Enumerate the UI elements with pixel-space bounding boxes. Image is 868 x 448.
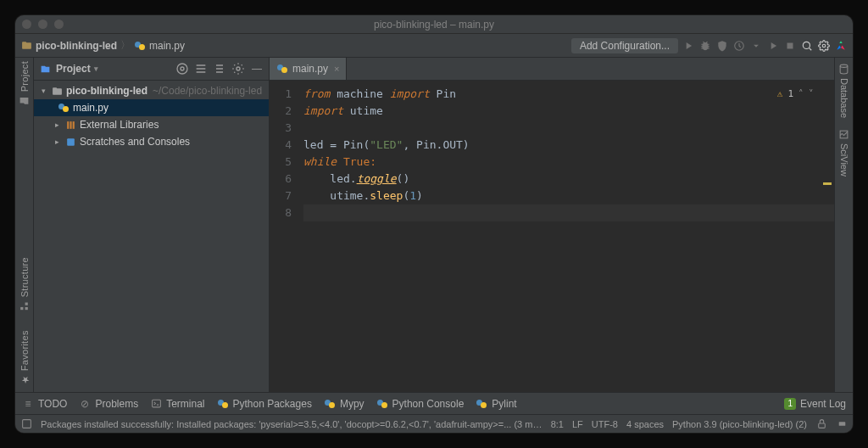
folder-icon <box>20 40 32 52</box>
code-area[interactable]: 1 2 3 4 5 6 7 8 from machine import Pin … <box>270 81 834 392</box>
project-view-icon <box>39 63 51 75</box>
star-icon: ★ <box>19 374 30 385</box>
tool-python-packages[interactable]: Python Packages <box>217 398 312 410</box>
code-text[interactable]: from machine import Pin import utime led… <box>298 81 834 392</box>
window-title: pico-blinking-led – main.py <box>15 19 853 31</box>
breadcrumb-sep: 〉 <box>120 38 131 53</box>
editor-tab-main[interactable]: main.py × <box>270 58 347 80</box>
profile-icon[interactable] <box>732 39 746 53</box>
tree-scratches-label: Scratches and Consoles <box>80 136 190 148</box>
rail-sciview[interactable]: SciView <box>838 128 850 176</box>
scrollbar-warning-mark[interactable] <box>823 182 832 185</box>
structure-rail-icon <box>19 301 31 313</box>
chevron-down-icon[interactable]: ˅ <box>809 86 814 103</box>
tree-scratches[interactable]: ▸ Scratches and Consoles <box>34 133 269 150</box>
tree-root-hint: ~/Code/pico-blinking-led <box>153 85 262 97</box>
library-icon <box>64 119 76 131</box>
min-light[interactable] <box>38 20 47 29</box>
rail-structure[interactable]: Structure <box>19 257 31 312</box>
memory-indicator-icon[interactable] <box>836 418 848 430</box>
locate-icon[interactable] <box>175 62 189 76</box>
tree-root-name: pico-blinking-led <box>66 85 147 97</box>
svg-rect-18 <box>818 423 825 428</box>
settings-icon[interactable] <box>817 39 831 53</box>
run-icon[interactable] <box>682 39 695 53</box>
sciview-icon <box>838 128 850 140</box>
project-panel: Project ▾ — ▾ pico-blinking-led ~/Code/p… <box>34 58 270 392</box>
max-light[interactable] <box>54 20 64 29</box>
inspection-widget[interactable]: ⚠ 1 ˄ ˅ <box>777 86 814 103</box>
chevron-up-icon[interactable]: ˄ <box>798 86 804 103</box>
ide-window: pico-blinking-led – main.py pico-blinkin… <box>15 15 853 433</box>
tool-windows-toggle-icon[interactable] <box>20 418 32 430</box>
coverage-icon[interactable] <box>715 39 729 53</box>
lock-icon[interactable] <box>815 418 827 430</box>
svg-rect-6 <box>25 303 28 305</box>
python-icon <box>476 398 487 410</box>
tool-terminal[interactable]: Terminal <box>150 398 204 410</box>
database-icon <box>838 63 850 75</box>
left-tool-rail: Project Structure ★Favorites <box>15 58 34 392</box>
add-configuration-button[interactable]: Add Configuration... <box>571 38 678 53</box>
event-count-badge: 1 <box>784 398 796 410</box>
project-panel-title[interactable]: Project ▾ <box>56 63 98 75</box>
code-with-me-icon[interactable] <box>834 39 848 53</box>
attach-icon[interactable] <box>766 39 780 53</box>
rail-database[interactable]: Database <box>838 63 850 118</box>
tree-file-main[interactable]: main.py <box>34 99 269 116</box>
hide-panel-icon[interactable]: — <box>250 62 264 76</box>
svg-rect-10 <box>67 121 69 129</box>
tree-external-libs[interactable]: ▸ External Libraries <box>34 116 269 133</box>
python-icon <box>217 398 229 410</box>
svg-rect-4 <box>25 308 28 311</box>
titlebar: pico-blinking-led – main.py <box>15 15 853 34</box>
warning-icon: ⚠ <box>777 86 783 103</box>
project-panel-header: Project ▾ — <box>34 58 269 81</box>
tool-window-bar: ≡TODO ⊘Problems Terminal Python Packages… <box>15 392 853 414</box>
svg-rect-1 <box>787 42 793 48</box>
tool-mypy[interactable]: Mypy <box>324 398 364 410</box>
status-message[interactable]: Packages installed successfully: Install… <box>41 419 542 429</box>
tree-ext-lib-label: External Libraries <box>80 119 159 131</box>
svg-point-7 <box>181 67 184 70</box>
collapse-all-icon[interactable] <box>213 62 226 76</box>
folder-icon <box>51 85 63 97</box>
status-line-sep[interactable]: LF <box>572 419 583 429</box>
tool-problems[interactable]: ⊘Problems <box>79 398 138 410</box>
tool-event-log[interactable]: 1Event Log <box>784 398 846 410</box>
stop-icon[interactable] <box>783 39 797 53</box>
rail-favorites[interactable]: ★Favorites <box>19 330 30 385</box>
status-interpreter[interactable]: Python 3.9 (pico-blinking-led) (2) <box>672 419 807 429</box>
status-caret-pos[interactable]: 8:1 <box>551 419 564 429</box>
breadcrumb[interactable]: pico-blinking-led 〉 main.py <box>20 38 185 53</box>
debug-icon[interactable] <box>698 39 712 53</box>
close-tab-icon[interactable]: × <box>334 64 339 74</box>
more-run-icon[interactable] <box>749 39 763 53</box>
search-icon[interactable] <box>800 39 814 53</box>
python-file-icon <box>58 102 70 114</box>
editor: main.py × 1 2 3 4 5 6 7 8 from machine i… <box>270 58 834 392</box>
traffic-lights <box>22 20 64 29</box>
expand-all-icon[interactable] <box>194 62 208 76</box>
status-encoding[interactable]: UTF-8 <box>592 419 618 429</box>
tab-label: main.py <box>292 63 328 75</box>
problems-icon: ⊘ <box>79 398 91 410</box>
navigation-bar: pico-blinking-led 〉 main.py Add Configur… <box>15 34 853 58</box>
tool-python-console[interactable]: Python Console <box>376 398 465 410</box>
project-tree[interactable]: ▾ pico-blinking-led ~/Code/pico-blinking… <box>34 81 269 152</box>
status-indent[interactable]: 4 spaces <box>626 419 664 429</box>
rail-project[interactable]: Project <box>19 61 31 107</box>
tool-pylint[interactable]: Pylint <box>476 398 516 410</box>
svg-rect-17 <box>22 420 31 428</box>
close-light[interactable] <box>22 20 31 29</box>
tool-todo[interactable]: ≡TODO <box>22 398 67 410</box>
status-bar: Packages installed successfully: Install… <box>15 414 853 433</box>
warning-count: 1 <box>787 86 793 103</box>
svg-rect-11 <box>70 121 71 129</box>
project-rail-icon <box>19 95 31 107</box>
panel-settings-icon[interactable] <box>231 62 245 76</box>
chevron-down-icon: ▾ <box>39 87 47 95</box>
tree-root[interactable]: ▾ pico-blinking-led ~/Code/pico-blinking… <box>34 82 269 99</box>
svg-point-8 <box>177 64 187 74</box>
python-file-icon <box>276 63 288 75</box>
